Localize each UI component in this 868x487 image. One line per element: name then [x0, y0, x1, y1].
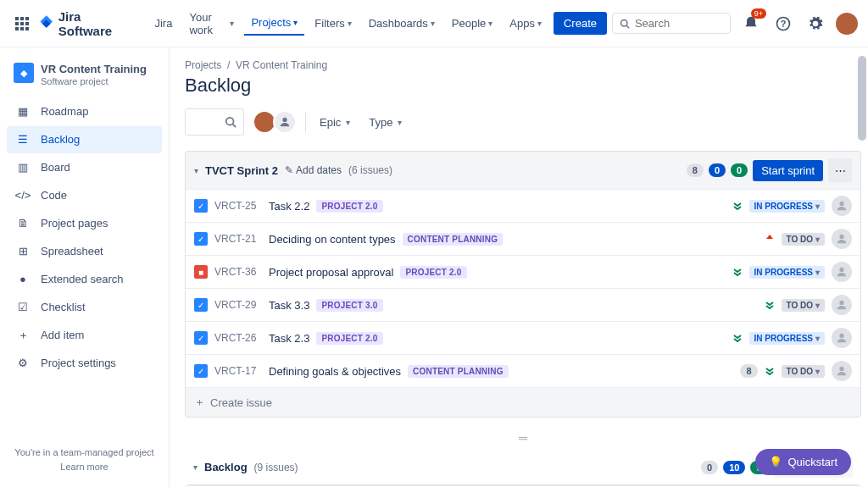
- epic-filter[interactable]: Epic▾: [314, 113, 355, 132]
- svg-text:?: ?: [781, 19, 787, 29]
- status-lozenge[interactable]: TO DO ▾: [782, 233, 825, 246]
- project-header: ◆ VR Content Training Software project: [7, 59, 162, 98]
- issue-summary: Task 3.3: [269, 299, 309, 312]
- scrollbar[interactable]: [858, 56, 866, 141]
- svg-point-17: [839, 235, 843, 239]
- priority-icon: [765, 366, 775, 376]
- issue-key: VRCT-17: [214, 365, 262, 377]
- assignee-icon[interactable]: [832, 328, 852, 348]
- task-icon: ✓: [194, 199, 208, 213]
- svg-rect-0: [15, 17, 19, 20]
- nav-projects[interactable]: Projects▾: [244, 11, 304, 36]
- issue-row[interactable]: ✓ VRCT-21 Deciding on content types CONT…: [186, 222, 860, 255]
- project-name: VR Content Training: [41, 63, 147, 76]
- issue-row[interactable]: ✓ VRCT-26 Task 2.3 PROJECT 2.0 IN PROGRE…: [186, 321, 860, 354]
- type-filter[interactable]: Type▾: [364, 113, 407, 132]
- user-avatar[interactable]: [836, 13, 858, 35]
- epic-tag[interactable]: PROJECT 2.0: [316, 200, 382, 213]
- assignee-icon[interactable]: [832, 262, 852, 282]
- add-dates-button[interactable]: ✎Add dates: [285, 164, 342, 176]
- sidebar-add-item[interactable]: ＋Add item: [7, 322, 162, 349]
- status-lozenge[interactable]: IN PROGRESS ▾: [749, 200, 825, 213]
- issue-row[interactable]: ■ VRCT-36 Project proposal approval PROJ…: [186, 255, 860, 288]
- sidebar-pages[interactable]: 🗎Project pages: [7, 210, 162, 237]
- svg-line-10: [626, 25, 629, 28]
- estimate-progress: 10: [723, 461, 745, 474]
- logo[interactable]: Jira Software: [38, 9, 136, 38]
- sidebar-ext-search[interactable]: ●Extended search: [7, 266, 162, 293]
- nav-filters[interactable]: Filters▾: [308, 12, 358, 35]
- collapse-icon[interactable]: ▾: [193, 462, 198, 472]
- assignee-icon[interactable]: [832, 196, 852, 216]
- status-lozenge[interactable]: IN PROGRESS ▾: [749, 332, 825, 345]
- sidebar-footer-text: You're in a team-managed project: [14, 445, 155, 460]
- nav-your-work[interactable]: Your work▾: [182, 6, 241, 42]
- task-icon: ✓: [194, 364, 208, 378]
- create-issue-button[interactable]: ＋Create issue: [186, 387, 860, 417]
- nav-people[interactable]: People▾: [445, 12, 499, 35]
- help-icon[interactable]: ?: [771, 12, 795, 36]
- project-icon: ◆: [14, 63, 34, 83]
- sidebar-code[interactable]: </>Code: [7, 182, 162, 209]
- assignee-filter[interactable]: [253, 110, 297, 134]
- issue-summary: Defining goals & objectives: [269, 365, 401, 378]
- epic-tag[interactable]: PROJECT 2.0: [316, 332, 382, 345]
- svg-point-13: [226, 118, 234, 125]
- status-lozenge[interactable]: TO DO ▾: [782, 365, 825, 378]
- epic-tag[interactable]: CONTENT PLANNING: [403, 233, 504, 246]
- issue-key: VRCT-21: [214, 233, 262, 245]
- notifications-icon[interactable]: 9+: [739, 12, 763, 36]
- create-button[interactable]: Create: [554, 12, 607, 35]
- page-title: Backlog: [185, 75, 861, 97]
- sidebar-backlog[interactable]: ☰Backlog: [7, 126, 162, 153]
- collapse-icon[interactable]: ▾: [194, 166, 198, 175]
- issue-row[interactable]: ✓ VRCT-29 Task 3.3 PROJECT 3.0 TO DO ▾: [186, 288, 860, 321]
- nav-jira[interactable]: Jira: [147, 12, 179, 35]
- app-name: Jira Software: [58, 9, 136, 38]
- epic-tag[interactable]: CONTENT PLANNING: [408, 365, 509, 378]
- nav-dashboards[interactable]: Dashboards▾: [362, 12, 442, 35]
- search-input[interactable]: [635, 17, 723, 30]
- sidebar-settings[interactable]: ⚙Project settings: [7, 350, 162, 377]
- issue-key: VRCT-25: [214, 200, 262, 212]
- status-lozenge[interactable]: IN PROGRESS ▾: [749, 266, 825, 279]
- svg-rect-5: [25, 22, 29, 25]
- issue-summary: Task 2.3: [269, 332, 309, 345]
- issue-row[interactable]: ✓ VRCT-17 Defining goals & objectives CO…: [186, 354, 860, 387]
- priority-icon: [732, 333, 743, 343]
- issue-row[interactable]: ✓ VRCT-25 Task 2.2 PROJECT 2.0 IN PROGRE…: [186, 189, 860, 222]
- start-sprint-button[interactable]: Start sprint: [753, 160, 823, 181]
- issue-summary: Deciding on content types: [269, 233, 396, 246]
- svg-point-16: [839, 202, 843, 206]
- sidebar-spreadsheet[interactable]: ⊞Spreadsheet: [7, 238, 162, 265]
- lightbulb-icon: 💡: [769, 456, 782, 468]
- svg-rect-3: [15, 22, 19, 25]
- epic-tag[interactable]: PROJECT 3.0: [316, 299, 382, 312]
- assignee-icon[interactable]: [832, 361, 852, 381]
- global-search[interactable]: [612, 13, 731, 34]
- epic-tag[interactable]: PROJECT 2.0: [400, 266, 466, 279]
- estimate-progress: 0: [709, 163, 726, 177]
- quickstart-button[interactable]: 💡 Quickstart: [755, 449, 851, 475]
- nav-apps[interactable]: Apps▾: [503, 12, 548, 35]
- assignee-icon[interactable]: [832, 229, 852, 249]
- project-type: Software project: [41, 76, 147, 86]
- status-lozenge[interactable]: TO DO ▾: [782, 299, 825, 312]
- sidebar-learn-more[interactable]: Learn more: [60, 462, 108, 472]
- app-switcher-icon[interactable]: [10, 12, 33, 36]
- sprint-more-button[interactable]: ⋯: [828, 158, 852, 182]
- assignee-icon[interactable]: [832, 295, 852, 315]
- issue-key: VRCT-26: [214, 332, 262, 344]
- backlog-search[interactable]: [185, 108, 244, 136]
- estimate-todo: 8: [687, 163, 704, 177]
- settings-icon[interactable]: [804, 12, 827, 36]
- sidebar-roadmap[interactable]: ▦Roadmap: [7, 98, 162, 125]
- svg-point-18: [839, 268, 843, 272]
- sidebar-board[interactable]: ▥Board: [7, 154, 162, 181]
- section-divider[interactable]: ═: [185, 426, 861, 450]
- priority-icon: [732, 267, 743, 277]
- estimate-todo: 0: [701, 461, 718, 474]
- sprint-issue-count: (6 issues): [348, 164, 392, 176]
- sidebar-checklist[interactable]: ☑Checklist: [7, 294, 162, 321]
- estimate-done: 0: [731, 163, 748, 177]
